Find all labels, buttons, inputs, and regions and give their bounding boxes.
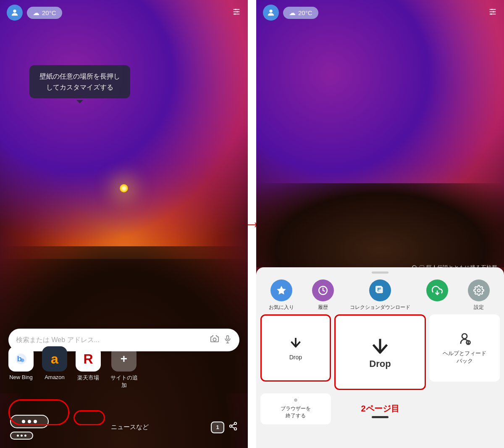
svg-line-18 xyxy=(232,427,234,428)
grid-col-right-2 xyxy=(429,393,500,424)
grid-col-center: Drop xyxy=(334,314,426,390)
settings-button-right[interactable] xyxy=(488,7,497,18)
dot-3 xyxy=(34,420,37,423)
app-label-bing: New Bing xyxy=(9,374,33,380)
weather-badge[interactable]: ☁ 20°C xyxy=(27,7,62,19)
search-placeholder: 検索または Web アドレス... xyxy=(16,336,210,345)
camera-search-button[interactable] xyxy=(210,335,219,346)
svg-rect-9 xyxy=(227,335,229,339)
bottom-sheet: お気に入り 履歴 xyxy=(256,267,504,448)
action-collection[interactable]: コレクションダウンロード xyxy=(350,279,410,311)
drop-big-label: Drop xyxy=(369,358,391,369)
left-panel: ☁ 20°C 壁紙の任意の場所を長押ししてカスタマイズする 検索または Web … xyxy=(0,0,248,448)
pill-button-small[interactable] xyxy=(10,432,33,440)
browser-close-tile[interactable]: ブラウザーを終了する xyxy=(260,393,331,424)
amazon-icon: a xyxy=(42,346,67,372)
hist-label: 履歴 xyxy=(318,304,328,311)
page2-bar xyxy=(372,416,388,418)
top-bar-left: ☁ 20°C xyxy=(0,0,248,25)
weather-temp-left: 20°C xyxy=(42,9,56,16)
bottom-bar-left: ニュースなど 1 xyxy=(0,415,248,440)
tab-count: 1 xyxy=(216,424,219,430)
action-settings[interactable]: 設定 xyxy=(464,279,494,311)
grid-col-left-2: ブラウザーを終了する xyxy=(260,393,331,424)
fav-label: お気に入り xyxy=(269,304,294,311)
help-tile[interactable]: ヘルプとフィードバック xyxy=(429,314,500,382)
coll-circle xyxy=(369,279,391,301)
svg-rect-34 xyxy=(376,286,381,292)
app-item-add[interactable]: + サイトの追加 xyxy=(109,346,139,389)
avatar-button-right[interactable] xyxy=(263,5,279,21)
right-panel: ☁ 20°C ♡ 巨人伝説とともに残る石柱群 xyxy=(256,0,504,448)
drop-big-tile[interactable]: Drop xyxy=(334,314,426,390)
share-button[interactable] xyxy=(228,422,238,433)
svg-point-41 xyxy=(468,343,469,344)
svg-point-15 xyxy=(234,422,237,425)
svg-text:b: b xyxy=(17,354,22,363)
svg-point-39 xyxy=(462,334,467,339)
svg-line-19 xyxy=(232,424,234,426)
rakuten-icon: R xyxy=(76,346,101,372)
cloud-icon: ☁ xyxy=(33,9,39,17)
action-history[interactable]: 履歴 xyxy=(308,279,338,311)
page2-section: 2ページ目 xyxy=(334,393,426,424)
sheet-grid-bottom: ブラウザーを終了する 2ページ目 xyxy=(256,393,504,424)
settings-button-left[interactable] xyxy=(232,7,241,18)
svg-point-7 xyxy=(213,338,216,341)
quick-actions: お気に入り 履歴 xyxy=(256,274,504,313)
svg-point-17 xyxy=(234,428,237,430)
app-shortcuts: b New Bing a Amazon R 楽天市場 + サイトの追加 xyxy=(8,346,239,389)
pill-button-large[interactable] xyxy=(10,415,49,428)
app-item-amazon[interactable]: a Amazon xyxy=(42,346,67,380)
tab-count-button[interactable]: 1 xyxy=(211,422,224,433)
page2-label: 2ページ目 xyxy=(361,403,399,414)
help-label: ヘルプとフィードバック xyxy=(443,350,486,365)
avatar-button[interactable] xyxy=(7,5,23,21)
dl-circle xyxy=(426,279,448,301)
grid-col-left: Drop xyxy=(260,314,331,390)
dot-1 xyxy=(22,420,25,423)
weather-temp-right: 20°C xyxy=(298,9,312,16)
svg-point-36 xyxy=(478,289,480,292)
tooltip-text: 壁紙の任意の場所を長押ししてカスタマイズする xyxy=(39,73,120,91)
svg-point-0 xyxy=(13,10,16,13)
tooltip-bubble: 壁紙の任意の場所を長押ししてカスタマイズする xyxy=(29,65,130,98)
app-label-add: サイトの追加 xyxy=(109,374,139,389)
dot-2 xyxy=(28,420,31,423)
news-label: ニュースなど xyxy=(111,423,149,431)
add-icon: + xyxy=(111,346,136,372)
app-label-rakuten: 楽天市場 xyxy=(77,374,99,382)
sun-glow xyxy=(120,184,128,192)
svg-marker-29 xyxy=(277,286,286,295)
dot-s3 xyxy=(24,435,26,437)
top-bar-right: ☁ 20°C xyxy=(256,0,504,25)
set-label: 設定 xyxy=(474,304,484,311)
mic-button[interactable] xyxy=(223,335,232,346)
fav-circle xyxy=(270,279,292,301)
weather-badge-right[interactable]: ☁ 20°C xyxy=(283,7,318,19)
app-item-bing[interactable]: b New Bing xyxy=(8,346,34,380)
app-label-amazon: Amazon xyxy=(45,374,65,380)
cloud-icon-right: ☁ xyxy=(289,9,296,17)
rocks-right xyxy=(256,183,504,267)
dot-s1 xyxy=(17,435,19,437)
drop-small-label: Drop xyxy=(289,354,302,361)
bottom-left-group xyxy=(10,415,49,440)
action-favorites[interactable]: お気に入り xyxy=(267,279,296,311)
dot-s2 xyxy=(21,435,23,437)
grid-col-right: ヘルプとフィードバック xyxy=(429,314,500,390)
browser-close-label: ブラウザーを終了する xyxy=(281,405,311,419)
action-download[interactable] xyxy=(423,279,452,311)
drop-small-tile[interactable]: Drop xyxy=(260,314,331,382)
arrow-divider: → xyxy=(248,0,256,448)
svg-point-14 xyxy=(21,358,24,362)
svg-point-20 xyxy=(269,10,272,13)
bing-icon: b xyxy=(8,346,34,372)
set-circle xyxy=(468,279,490,301)
svg-point-16 xyxy=(230,425,232,427)
sheet-grid-top: Drop Drop xyxy=(256,314,504,390)
coll-label: コレクションダウンロード xyxy=(350,304,410,311)
app-item-rakuten[interactable]: R 楽天市場 xyxy=(76,346,101,382)
hist-circle xyxy=(312,279,334,301)
